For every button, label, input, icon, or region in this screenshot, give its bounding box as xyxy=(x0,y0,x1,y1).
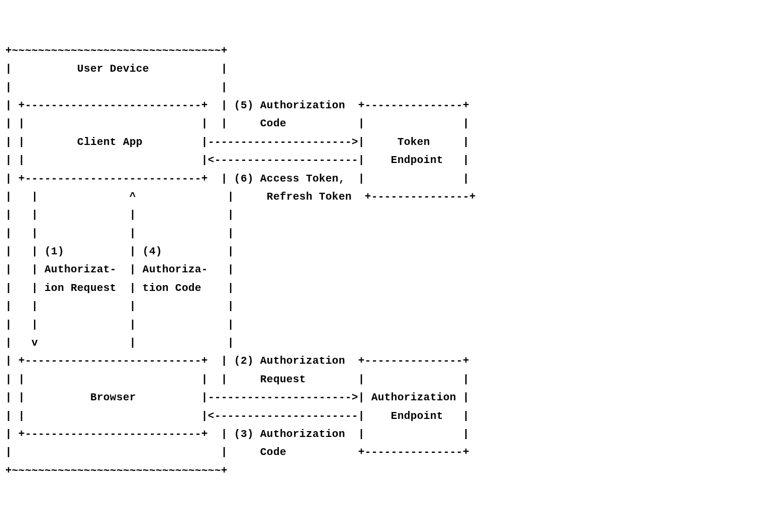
step-3: (3) Authorization xyxy=(234,428,345,440)
box-token-endpoint-line2: Endpoint xyxy=(391,154,443,166)
title-user-device: User Device xyxy=(77,63,149,75)
box-auth-endpoint-line1: Authorization xyxy=(371,391,456,404)
step-1: (1) xyxy=(45,245,64,258)
box-browser: Browser xyxy=(90,391,136,404)
step-5: (5) Authorization xyxy=(234,99,345,111)
step-4-label1: Authoriza- xyxy=(142,263,208,276)
step-4-label2: tion Code xyxy=(142,282,201,294)
step-5-label: Code xyxy=(260,117,286,130)
step-1-label1: Authorizat- xyxy=(45,263,116,276)
step-2: (2) Authorization xyxy=(234,355,345,367)
step-2-label: Request xyxy=(260,373,306,385)
step-6: (6) Access Token, xyxy=(234,173,345,185)
step-3-label: Code xyxy=(260,446,286,458)
box-token-endpoint-line1: Token xyxy=(397,136,430,148)
step-4: (4) xyxy=(142,245,162,258)
box-auth-endpoint-line2: Endpoint xyxy=(391,410,443,422)
step-1-label2: ion Request xyxy=(45,282,116,294)
ascii-diagram: +~~~~~~~~~~~~~~~~~~~~~~~~~~~~~~~~+ | Use… xyxy=(5,45,476,477)
step-6-label: Refresh Token xyxy=(267,191,352,203)
box-client-app: Client App xyxy=(77,136,142,148)
